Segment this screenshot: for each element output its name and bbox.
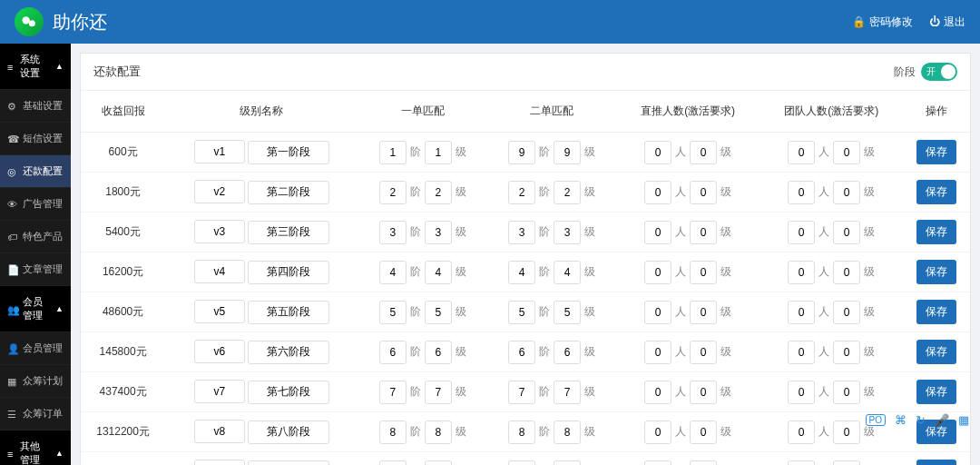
sidebar-item-6[interactable]: 📄文章管理 [0, 253, 71, 286]
sidebar-item-0[interactable]: ≡系统设置▲ [0, 44, 71, 90]
team-b-input[interactable] [833, 221, 860, 244]
direct-a-input[interactable] [644, 181, 671, 204]
save-button[interactable]: 保存 [916, 260, 956, 284]
match1-b-input[interactable] [425, 301, 452, 324]
team-a-input[interactable] [788, 420, 815, 444]
save-button[interactable]: 保存 [916, 460, 956, 465]
tool-grid-icon[interactable]: ▦ [958, 413, 969, 427]
match1-b-input[interactable] [425, 181, 452, 204]
sidebar-item-3[interactable]: ◎还款配置 [0, 155, 71, 188]
save-button[interactable]: 保存 [916, 180, 956, 204]
team-b-input[interactable] [833, 261, 860, 284]
sidebar-item-4[interactable]: 👁广告管理 [0, 188, 71, 221]
direct-b-input[interactable] [690, 181, 717, 204]
level-name-input[interactable] [248, 261, 329, 284]
match1-b-input[interactable] [425, 261, 452, 284]
level-name-input[interactable] [248, 460, 329, 465]
direct-a-input[interactable] [644, 221, 671, 244]
direct-b-input[interactable] [690, 420, 717, 444]
tool-mic-icon[interactable]: 🎤 [935, 413, 949, 427]
match2-b-input[interactable] [554, 460, 581, 466]
level-code-input[interactable] [194, 220, 245, 243]
level-code-input[interactable] [194, 260, 245, 283]
team-a-input[interactable] [788, 181, 815, 204]
direct-b-input[interactable] [690, 381, 717, 404]
level-code-input[interactable] [194, 340, 245, 363]
save-button[interactable]: 保存 [916, 140, 956, 164]
match2-a-input[interactable] [508, 261, 535, 284]
match2-b-input[interactable] [554, 141, 581, 164]
save-button[interactable]: 保存 [916, 380, 956, 404]
match2-a-input[interactable] [508, 181, 535, 204]
direct-a-input[interactable] [644, 141, 671, 164]
sidebar-item-5[interactable]: 🏷特色产品 [0, 221, 71, 253]
change-password-link[interactable]: 🔒 密码修改 [852, 15, 913, 30]
sidebar-item-1[interactable]: ⚙基础设置 [0, 90, 71, 123]
sidebar-item-11[interactable]: ≡其他管理▲ [0, 430, 71, 465]
direct-a-input[interactable] [644, 341, 671, 364]
team-b-input[interactable] [833, 460, 860, 466]
match2-b-input[interactable] [554, 301, 581, 324]
level-code-input[interactable] [194, 180, 245, 203]
match1-b-input[interactable] [425, 381, 452, 404]
direct-b-input[interactable] [690, 301, 717, 324]
level-name-input[interactable] [248, 141, 329, 164]
sidebar-item-10[interactable]: ☰众筹订单 [0, 398, 71, 430]
match2-a-input[interactable] [508, 221, 535, 244]
team-a-input[interactable] [788, 261, 815, 284]
sidebar-item-2[interactable]: ☎短信设置 [0, 123, 71, 155]
direct-b-input[interactable] [690, 221, 717, 244]
level-code-input[interactable] [194, 140, 245, 163]
team-a-input[interactable] [788, 301, 815, 324]
match2-b-input[interactable] [554, 181, 581, 204]
team-b-input[interactable] [833, 141, 860, 164]
direct-a-input[interactable] [644, 261, 671, 284]
team-a-input[interactable] [788, 141, 815, 164]
match2-b-input[interactable] [554, 381, 581, 404]
level-name-input[interactable] [248, 221, 329, 244]
level-name-input[interactable] [248, 301, 329, 324]
tool-refresh-icon[interactable]: ↻ [916, 413, 926, 427]
match1-a-input[interactable] [379, 381, 407, 404]
match1-a-input[interactable] [379, 420, 407, 444]
direct-a-input[interactable] [644, 381, 671, 404]
level-name-input[interactable] [248, 420, 329, 444]
tool-badge-icon[interactable]: PO [866, 414, 886, 426]
direct-b-input[interactable] [690, 261, 717, 284]
save-button[interactable]: 保存 [916, 220, 956, 244]
match2-a-input[interactable] [508, 301, 535, 324]
match1-a-input[interactable] [379, 221, 407, 244]
save-button[interactable]: 保存 [916, 300, 956, 324]
tool-code-icon[interactable]: ⌘ [895, 413, 906, 427]
level-code-input[interactable] [194, 300, 245, 323]
sidebar-item-8[interactable]: 👤会员管理 [0, 332, 71, 365]
direct-b-input[interactable] [690, 341, 717, 364]
direct-b-input[interactable] [690, 141, 717, 164]
logout-link[interactable]: ⏻ 退出 [929, 15, 965, 30]
match1-a-input[interactable] [379, 341, 407, 364]
team-b-input[interactable] [833, 301, 860, 324]
match1-b-input[interactable] [425, 221, 452, 244]
match2-a-input[interactable] [508, 460, 535, 466]
direct-b-input[interactable] [690, 460, 717, 466]
match2-b-input[interactable] [554, 420, 581, 444]
match1-a-input[interactable] [379, 460, 407, 466]
team-b-input[interactable] [833, 381, 860, 404]
level-code-input[interactable] [194, 380, 245, 403]
team-b-input[interactable] [833, 181, 860, 204]
match2-a-input[interactable] [508, 420, 535, 444]
level-name-input[interactable] [248, 181, 329, 204]
match2-b-input[interactable] [554, 261, 581, 284]
level-code-input[interactable] [194, 420, 245, 443]
sidebar-item-9[interactable]: ▦众筹计划 [0, 365, 71, 398]
match1-a-input[interactable] [379, 261, 407, 284]
level-name-input[interactable] [248, 381, 329, 404]
match2-b-input[interactable] [554, 341, 581, 364]
match1-a-input[interactable] [379, 301, 407, 324]
team-a-input[interactable] [788, 221, 815, 244]
team-b-input[interactable] [833, 420, 860, 444]
match2-a-input[interactable] [508, 341, 535, 364]
sidebar-item-7[interactable]: 👥会员管理▲ [0, 286, 71, 332]
stage-toggle[interactable]: 开 [921, 63, 957, 81]
level-code-input[interactable] [194, 460, 245, 465]
